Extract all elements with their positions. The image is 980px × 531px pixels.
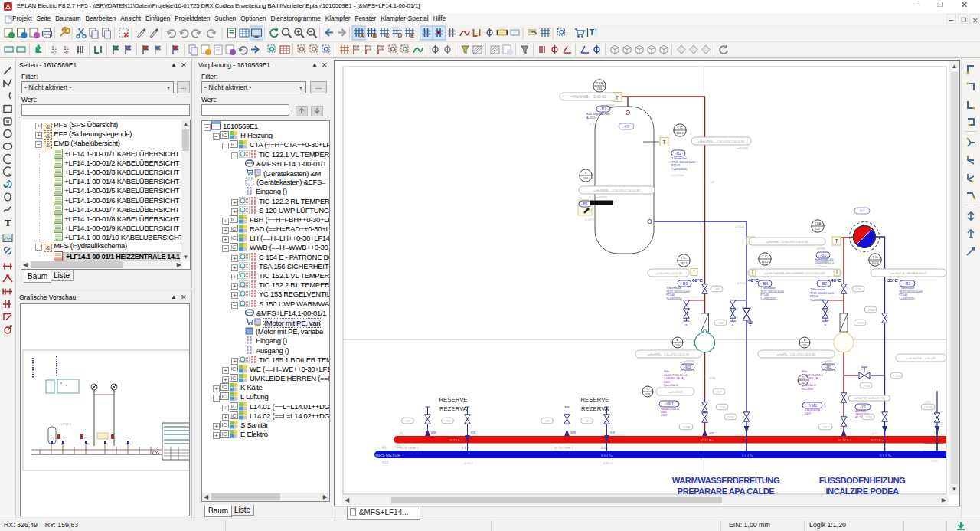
svg-text:IC: IC: [231, 404, 237, 409]
svg-text:5 1 1 Ta: 5 1 1 Ta: [742, 454, 753, 457]
svg-text:T BA: T BA: [596, 82, 603, 85]
svg-text:5 1 1 Ta: 5 1 1 Ta: [880, 454, 891, 457]
svg-text:-X7A: -X7A: [708, 376, 715, 380]
svg-text:TC: TC: [802, 376, 805, 379]
svg-text:-Y TLD: -Y TLD: [891, 374, 902, 378]
svg-text:KW: KW: [610, 431, 616, 434]
svg-text:-Y14: -Y14: [862, 384, 870, 388]
svg-text:H=5,00m: H=5,00m: [802, 388, 813, 391]
svg-text:UI4009/WG-2.1: UI4009/WG-2.1: [815, 261, 834, 264]
svg-text:T Normalan: T Normalan: [760, 287, 776, 290]
svg-text:Wilo: Wilo: [664, 370, 669, 373]
svg-text:-27: -27: [405, 419, 410, 423]
svg-text:T: T: [751, 269, 754, 274]
svg-text:PT100: PT100: [760, 293, 769, 297]
svg-text:T=40/02010: T=40/02010: [760, 297, 776, 300]
svg-text:mFBH: mFBH: [816, 247, 825, 251]
svg-text:VL73 A-u: VL73 A-u: [838, 438, 852, 442]
svg-text:-X5: -X5: [714, 287, 720, 291]
svg-text:VL73 A-u: VL73 A-u: [701, 438, 714, 442]
svg-text:= ab Ha/T&A/WWB+WSH+DG/BHKW-L: = ab Ha/T&A/WWB+WSH+DG/BHKW-L DC/G-DG/02…: [764, 272, 825, 275]
svg-text:Hamstead/LI40: Hamstead/LI40: [815, 258, 833, 261]
svg-text:YC: YC: [646, 388, 650, 391]
svg-text:WW: WW: [570, 431, 577, 434]
svg-text:T IC: T IC: [872, 256, 877, 259]
svg-text:-B3: -B3: [681, 281, 688, 286]
svg-text:T=40/02010: T=40/02010: [899, 297, 914, 300]
svg-text:-4 76.2: -4 76.2: [463, 461, 473, 465]
svg-text:T: T: [5, 217, 11, 228]
svg-text:REZERVA: REZERVA: [439, 405, 468, 412]
svg-text:140: 140: [802, 344, 807, 347]
svg-text:PT100: PT100: [899, 293, 907, 297]
svg-text:RESERVE: RESERVE: [439, 396, 467, 403]
svg-text:-B1: -B1: [582, 202, 588, 206]
svg-text:T: T: [835, 238, 838, 244]
svg-text:40°C: 40°C: [748, 277, 759, 283]
svg-text:(==Ha/WWB: (==Ha/WWB: [668, 391, 683, 394]
svg-text:mFBH: mFBH: [823, 359, 832, 363]
svg-text:142: 142: [801, 382, 805, 385]
svg-text:WARMWASSERBEREITUNG: WARMWASSERBEREITUNG: [672, 476, 780, 485]
svg-text:(=ab Ha/LT A+→0-30+LF3: (=ab Ha/LT A+→0-30+LF3: [906, 357, 936, 360]
svg-text:==Ha/WWB+→0-30+LF14.1-00-01-B2: ==Ha/WWB+→0-30+LF14.1-00-01-B2: [697, 140, 744, 143]
svg-text:142: 142: [815, 228, 820, 231]
svg-text:Q=0,03m³/h: Q=0,03m³/h: [664, 384, 678, 387]
svg-text:4/4: 4/4: [859, 208, 864, 213]
svg-text:182.3: 182.3: [871, 261, 879, 264]
svg-text:-LF14.1-: -LF14.1-: [60, 422, 73, 426]
svg-text:PT100: PT100: [810, 295, 818, 298]
svg-text:T Normalan: T Normalan: [810, 288, 825, 291]
svg-text:T BA: T BA: [815, 222, 822, 225]
svg-text:9↑: 9↑: [51, 50, 57, 55]
svg-text:T Normalan: T Normalan: [666, 287, 681, 290]
svg-text:5 1 1: 5 1 1: [601, 446, 609, 450]
svg-text:E=5 Regstab-Flan: E=5 Regstab-Flan: [586, 113, 610, 116]
svg-text:TF25 100.00 6x00: TF25 100.00 6x00: [810, 292, 834, 295]
svg-text:5 1 1 Ta: 5 1 1 Ta: [601, 454, 612, 457]
svg-text:-4 86.3: -4 86.3: [603, 461, 612, 465]
svg-text:-YM1: -YM1: [665, 402, 675, 406]
svg-text:-Y12: -Y12: [856, 321, 864, 325]
svg-text:182.1: 182.1: [680, 262, 688, 265]
svg-text:12: 12: [77, 51, 82, 55]
svg-text:IC: IC: [231, 375, 237, 381]
svg-text:230V: 230V: [664, 381, 671, 384]
svg-text:==Ha/WWB+→0-30-B1: ==Ha/WWB+→0-30-B1: [570, 95, 606, 99]
svg-text:-Y10: -Y10: [727, 415, 734, 419]
svg-text:TF25 100.00 6x00: TF25 100.00 6x00: [666, 290, 690, 293]
svg-text:182.2: 182.2: [761, 261, 769, 264]
svg-text:IC: IC: [231, 244, 237, 250]
svg-text:IC: IC: [231, 235, 237, 241]
svg-text:-Y7A: -Y7A: [682, 425, 690, 429]
svg-text:FUSSBODENHEIZUNG: FUSSBODENHEIZUNG: [819, 476, 906, 485]
svg-text:40°C: 40°C: [831, 277, 841, 283]
svg-text:L=0,85mm: L=0,85mm: [671, 174, 684, 177]
svg-text:IC: IC: [231, 366, 237, 372]
svg-text:B: B: [373, 32, 377, 39]
svg-text:+375: +375: [924, 400, 932, 404]
svg-text:-Y1: -Y1: [860, 405, 866, 409]
svg-text:188.1: 188.1: [676, 132, 684, 135]
svg-text:-X1/9: -X1/9: [930, 459, 938, 463]
svg-text:-Y11: -Y11: [855, 287, 863, 291]
svg-text:Wilo: Wilo: [802, 370, 807, 373]
svg-text:T: T: [693, 269, 696, 274]
svg-text:60°C: 60°C: [692, 277, 703, 283]
svg-text:-Y7: -Y7: [720, 405, 725, 409]
svg-text:T=40/02010: T=40/02010: [666, 297, 681, 300]
svg-text:IC: IC: [231, 217, 237, 222]
svg-text:-74: -74: [445, 419, 450, 423]
svg-text:IC: IC: [222, 394, 227, 399]
svg-text:-X6: -X6: [718, 321, 724, 325]
svg-text:-B2: -B2: [820, 253, 826, 257]
svg-text:mWWB: mWWB: [737, 146, 748, 150]
svg-text:(+0-30+LF14.1-00-01-B3: (+0-30+LF14.1-00-01-B3: [655, 272, 681, 275]
svg-text:184: 184: [597, 87, 602, 90]
svg-text:T: T: [663, 139, 666, 145]
svg-text:-B4: -B4: [762, 281, 768, 286]
svg-text:S: S: [585, 172, 587, 175]
svg-text:VL73.2 kvm-1: VL73.2 kvm-1: [554, 446, 573, 450]
svg-text:VL73 A-u: VL73 A-u: [871, 438, 884, 442]
svg-text:PT100: PT100: [671, 164, 680, 167]
